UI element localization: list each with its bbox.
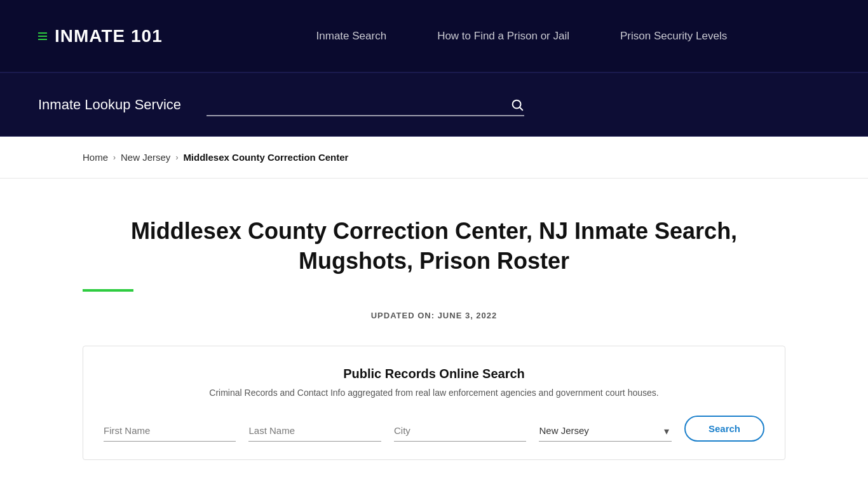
nav-links: Inmate Search How to Find a Prison or Ja… (214, 30, 830, 43)
search-submit-button[interactable] (510, 98, 524, 112)
logo-text: INMATE 101 (55, 26, 163, 46)
main-content: Middlesex County Correction Center, NJ I… (0, 179, 868, 485)
search-form-fields: New JerseyAlabamaAlaskaArizonaArkansasCa… (104, 416, 764, 442)
nav-inmate-search[interactable]: Inmate Search (316, 30, 387, 42)
city-input[interactable] (394, 420, 526, 442)
breadcrumb-separator-2: › (175, 153, 178, 162)
last-name-field (248, 420, 381, 442)
search-bar-section: Inmate Lookup Service (0, 73, 868, 137)
search-button[interactable]: Search (684, 416, 764, 442)
top-navigation: INMATE 101 Inmate Search How to Find a P… (0, 0, 868, 73)
search-form-subtitle: Criminal Records and Contact Info aggreg… (104, 388, 764, 398)
search-icon (510, 98, 524, 112)
title-underline (83, 289, 133, 292)
menu-icon (38, 32, 47, 40)
breadcrumb-current: Middlesex County Correction Center (183, 152, 348, 163)
first-name-field (104, 420, 236, 442)
first-name-input[interactable] (104, 420, 236, 442)
breadcrumb: Home › New Jersey › Middlesex County Cor… (83, 152, 785, 163)
search-form-box: Public Records Online Search Criminal Re… (83, 346, 785, 460)
last-name-input[interactable] (248, 420, 381, 442)
search-form-title: Public Records Online Search (104, 367, 764, 381)
svg-line-1 (520, 107, 522, 110)
state-select[interactable]: New JerseyAlabamaAlaskaArizonaArkansasCa… (539, 420, 671, 442)
breadcrumb-new-jersey[interactable]: New Jersey (121, 152, 170, 163)
city-field (394, 420, 526, 442)
breadcrumb-section: Home › New Jersey › Middlesex County Cor… (0, 137, 868, 179)
search-bar-input[interactable] (207, 93, 524, 116)
state-field: New JerseyAlabamaAlaskaArizonaArkansasCa… (539, 420, 671, 442)
search-bar-label: Inmate Lookup Service (38, 97, 181, 113)
nav-security-levels[interactable]: Prison Security Levels (620, 30, 727, 42)
updated-date: UPDATED ON: JUNE 3, 2022 (83, 311, 785, 320)
search-bar-wrapper (207, 93, 524, 116)
logo[interactable]: INMATE 101 (38, 26, 163, 46)
breadcrumb-separator-1: › (113, 153, 116, 162)
nav-find-prison[interactable]: How to Find a Prison or Jail (437, 30, 569, 42)
breadcrumb-home[interactable]: Home (83, 152, 108, 163)
page-title: Middlesex County Correction Center, NJ I… (83, 217, 785, 276)
